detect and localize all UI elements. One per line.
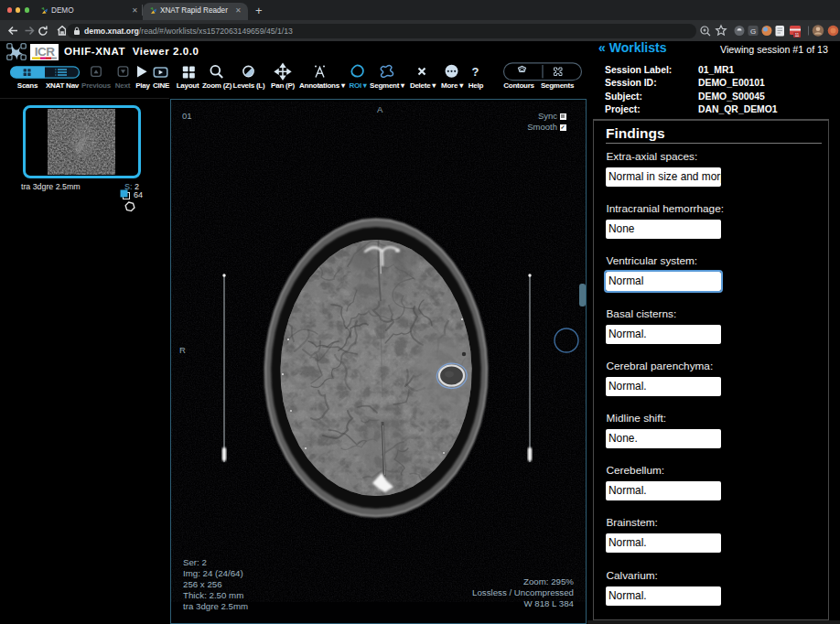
svg-text:?: ? [472, 65, 479, 79]
svg-text:G: G [750, 27, 756, 36]
svg-text:11: 11 [795, 33, 800, 38]
svg-text:ICR: ICR [35, 45, 56, 59]
